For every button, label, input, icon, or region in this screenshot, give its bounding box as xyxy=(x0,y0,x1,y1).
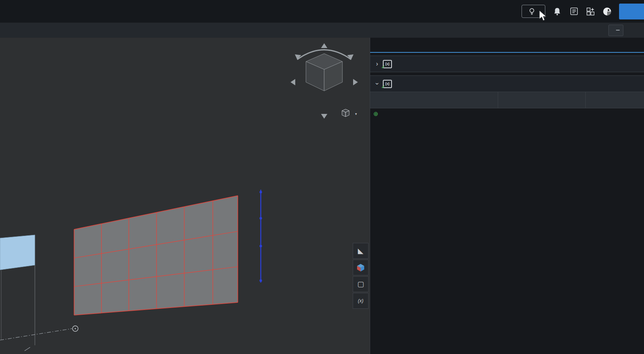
variable-table-panel: › (x)✓ › (x)✓ ⊕ xyxy=(370,38,644,354)
view-cube[interactable]: ▾ xyxy=(290,43,358,119)
appearance-icon: ◣ xyxy=(358,246,363,255)
apps-icon[interactable] xyxy=(586,7,595,16)
rotate-left-arrow[interactable] xyxy=(290,79,295,85)
construction-tick xyxy=(25,347,30,351)
construction-line-blue[interactable] xyxy=(260,190,262,283)
search-tools-input[interactable] xyxy=(608,25,623,36)
model-canvas[interactable]: ▾ ◣ ▢ (x) xyxy=(0,38,370,354)
explore-onshape-button[interactable] xyxy=(522,5,545,18)
section-cube-icon: ▢ xyxy=(357,280,364,289)
canvas-side-toolbar: ◣ ▢ (x) xyxy=(353,243,369,310)
display-states-button[interactable] xyxy=(353,260,369,275)
chevron-right-icon[interactable]: › xyxy=(375,60,379,67)
add-variable-icon: ⊕ xyxy=(373,110,378,117)
rotate-down-arrow[interactable] xyxy=(321,114,327,119)
construction-centerline[interactable] xyxy=(0,329,72,340)
section-document-varibles[interactable]: › (x)✓ xyxy=(370,75,644,92)
sketch-origin-dot xyxy=(75,328,76,329)
column-header-name xyxy=(370,92,498,108)
variable-panel-icon: (x) xyxy=(358,298,363,304)
column-header-variable-type xyxy=(498,92,586,108)
selected-face[interactable] xyxy=(0,235,35,270)
rotate-right-arrow[interactable] xyxy=(353,79,358,85)
onshape-app: ▾ ◣ ▢ (x) › (x)✓ › xyxy=(0,0,644,354)
top-bar xyxy=(0,0,644,23)
colored-cube-icon xyxy=(356,263,365,272)
variable-table-header xyxy=(370,92,644,108)
panel-title xyxy=(370,38,644,53)
check-icon: ✓ xyxy=(381,64,385,70)
view-options-chevron-icon[interactable]: ▾ xyxy=(355,112,357,116)
column-header-value xyxy=(586,92,644,108)
panel-scrollbar[interactable] xyxy=(370,38,370,52)
canvas-graphics: ▾ xyxy=(0,38,370,354)
bell-icon[interactable] xyxy=(552,7,562,16)
variable-studio-icon: (x)✓ xyxy=(383,60,392,68)
section-gap xyxy=(370,72,644,75)
check-icon: ✓ xyxy=(381,84,385,90)
view-options-cube-icon[interactable] xyxy=(342,109,349,117)
chevron-down-icon[interactable]: › xyxy=(374,82,381,86)
variable-panel-button[interactable]: (x) xyxy=(353,293,369,309)
sketch-region[interactable] xyxy=(74,196,238,315)
section-view-button[interactable]: ▢ xyxy=(353,276,369,292)
feature-toolbar xyxy=(0,23,644,38)
add-variable-row[interactable]: ⊕ xyxy=(370,108,644,128)
lightbulb-icon xyxy=(527,7,537,16)
section-door-variable-studio[interactable]: › (x)✓ xyxy=(370,56,644,72)
share-button[interactable] xyxy=(619,4,644,19)
rotate-up-arrow[interactable] xyxy=(321,43,327,48)
help-icon[interactable] xyxy=(602,7,612,16)
variable-studio-icon: (x)✓ xyxy=(383,80,392,88)
appearance-panel-button[interactable]: ◣ xyxy=(353,243,369,259)
tasks-icon[interactable] xyxy=(569,7,579,16)
search-shortcut-badge xyxy=(616,30,620,31)
